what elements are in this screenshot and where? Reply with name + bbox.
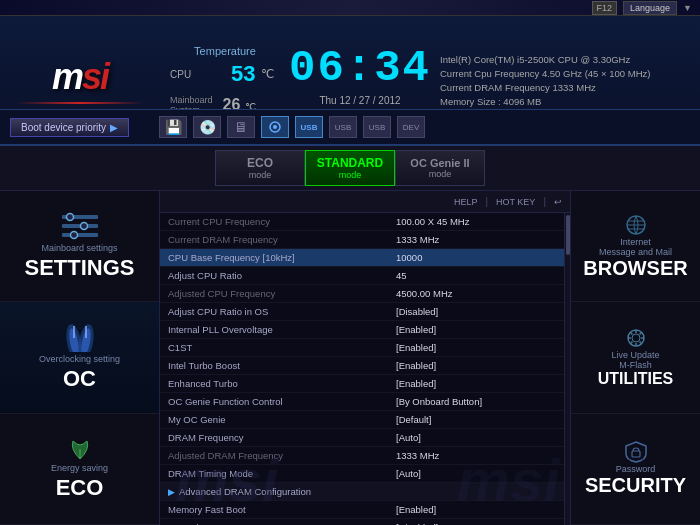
- sysinfo-line-0: Intel(R) Core(TM) i5-2500K CPU @ 3.30GHz: [440, 54, 690, 65]
- row-value: 4500.00 MHz: [396, 288, 556, 299]
- eco-label: ECO: [56, 475, 104, 501]
- oc-sublabel: Overclocking setting: [39, 354, 120, 364]
- boot-icon-cd[interactable]: 💿: [193, 116, 221, 138]
- row-value: [Enabled]: [396, 342, 556, 353]
- oc-icon: [60, 322, 100, 352]
- left-sidebar: Mainboard settings SETTINGS Overclocking…: [0, 191, 160, 525]
- svg-line-26: [639, 342, 641, 344]
- svg-point-5: [66, 214, 73, 221]
- standard-mode-tab[interactable]: STANDARD mode: [305, 150, 395, 186]
- utilities-label: UTILITIES: [598, 370, 674, 388]
- f12-key[interactable]: F12: [592, 1, 618, 15]
- header: msi Temperature CPU 53 ℃ Mainboard Syste…: [0, 16, 700, 146]
- center-content: HELP | HOT KEY | ↩ Current CPU Frequency…: [160, 191, 570, 525]
- cpu-temp-unit: ℃: [261, 67, 274, 81]
- security-sublabel: Password: [616, 464, 656, 474]
- boot-device-priority-btn[interactable]: Boot device priority ▶: [10, 118, 129, 137]
- boot-icon-monitor[interactable]: 🖥: [227, 116, 255, 138]
- table-row: Adjust CPU Ratio in OS[Disabled]: [160, 303, 564, 321]
- boot-icons: 💾 💿 🖥 USB USB USB DEV: [159, 116, 425, 138]
- row-value: [Enabled]: [396, 360, 556, 371]
- table-row: Memory Fast Boot[Enabled]: [160, 501, 564, 519]
- row-value: [By Onboard Button]: [396, 396, 556, 407]
- main-content: Mainboard settings SETTINGS Overclocking…: [0, 191, 700, 525]
- row-name: CPU Base Frequency [10kHz]: [168, 252, 396, 263]
- standard-tab-main: STANDARD: [317, 156, 383, 170]
- help-btn[interactable]: HELP: [454, 197, 478, 207]
- boot-icon-dev[interactable]: DEV: [397, 116, 425, 138]
- row-value: [Default]: [396, 414, 556, 425]
- eco-mode-tab[interactable]: ECO mode: [215, 150, 305, 186]
- eco-tab-main: ECO: [247, 156, 273, 170]
- row-value: [Enabled]: [396, 324, 556, 335]
- svg-line-28: [630, 342, 632, 344]
- back-btn[interactable]: ↩: [554, 197, 562, 207]
- row-name: Adjust CPU Ratio in OS: [168, 306, 396, 317]
- sidebar-item-security[interactable]: Password SECURITY: [571, 414, 700, 525]
- svg-rect-29: [632, 451, 640, 457]
- oc-label: OC: [63, 366, 96, 392]
- scroll-thumb: [566, 215, 570, 255]
- svg-rect-4: [62, 233, 98, 237]
- table-row: DRAM Frequency[Auto]: [160, 429, 564, 447]
- section-arrow[interactable]: ▶: [168, 487, 175, 497]
- row-value: 1333 MHz: [396, 450, 556, 461]
- table-row: Current DRAM Frequency1333 MHz: [160, 231, 564, 249]
- table-row: ▶Advanced DRAM Configuration: [160, 483, 564, 501]
- svg-point-20: [632, 334, 640, 342]
- cpu-temp-label: CPU: [170, 69, 225, 80]
- row-value: [Auto]: [396, 468, 556, 479]
- browser-label: BROWSER: [583, 257, 687, 280]
- browser-sublabel: InternetMessage and Mail: [599, 237, 672, 257]
- svg-line-27: [639, 333, 641, 335]
- row-name: Adjusted CPU Frequency: [168, 288, 396, 299]
- row-name: Adjust CPU Ratio: [168, 270, 396, 281]
- settings-sublabel: Mainboard settings: [41, 243, 117, 253]
- sidebar-item-eco[interactable]: Energy saving ECO: [0, 414, 159, 525]
- browser-icon: [618, 213, 654, 237]
- sidebar-item-utilities[interactable]: Live UpdateM-Flash UTILITIES: [571, 302, 700, 413]
- boot-icon-usb3[interactable]: USB: [363, 116, 391, 138]
- sidebar-item-settings[interactable]: Mainboard settings SETTINGS: [0, 191, 159, 302]
- row-value: [Disabled]: [396, 306, 556, 317]
- svg-point-6: [80, 223, 87, 230]
- boot-icon-usb2[interactable]: USB: [329, 116, 357, 138]
- eco-sublabel: Energy saving: [51, 463, 108, 473]
- sidebar-item-browser[interactable]: InternetMessage and Mail BROWSER: [571, 191, 700, 302]
- settings-icon: [60, 211, 100, 241]
- hotkey-btn[interactable]: HOT KEY: [496, 197, 535, 207]
- mainboard-label: Mainboard: [170, 95, 213, 105]
- row-name: C1ST: [168, 342, 396, 353]
- utilities-sublabel: Live UpdateM-Flash: [611, 350, 659, 370]
- row-name: Current CPU Frequency: [168, 216, 396, 227]
- ocgenie-mode-tab[interactable]: OC Genie II mode: [395, 150, 485, 186]
- right-sidebar: InternetMessage and Mail BROWSER Live Up…: [570, 191, 700, 525]
- row-name: Internal PLL Overvoltage: [168, 324, 396, 335]
- table-rows-container: Current CPU Frequency100.00 X 45 MHzCurr…: [160, 213, 564, 525]
- eco-icon: [65, 437, 95, 461]
- top-bar: F12 Language ▼: [0, 0, 700, 16]
- table-row: Enhanced Turbo[Enabled]: [160, 375, 564, 393]
- center-toolbar: HELP | HOT KEY | ↩: [160, 191, 570, 213]
- msi-logo: msi: [52, 56, 108, 98]
- row-value: 1333 MHz: [396, 234, 556, 245]
- table-row: My OC Genie[Default]: [160, 411, 564, 429]
- sidebar-item-oc[interactable]: Overclocking setting OC: [0, 302, 159, 413]
- boot-icon-hdd[interactable]: 💾: [159, 116, 187, 138]
- table-row[interactable]: CPU Base Frequency [10kHz]10000: [160, 249, 564, 267]
- boot-icon-usb1[interactable]: USB: [295, 116, 323, 138]
- boot-btn-arrow: ▶: [110, 122, 118, 133]
- security-label: SECURITY: [585, 474, 686, 497]
- sysinfo-line-2: Current DRAM Frequency 1333 MHz: [440, 82, 690, 93]
- boot-icon-disc[interactable]: [261, 116, 289, 138]
- row-name: OC Genie Function Control: [168, 396, 396, 407]
- svg-point-7: [70, 232, 77, 239]
- row-value: [Enabled]: [396, 504, 556, 515]
- bios-table: Current CPU Frequency100.00 X 45 MHzCurr…: [160, 213, 570, 525]
- sysinfo-line-1: Current Cpu Frequency 4.50 GHz (45 × 100…: [440, 68, 690, 79]
- row-value: [Auto]: [396, 432, 556, 443]
- table-row: Adjust CPU Ratio45: [160, 267, 564, 285]
- language-btn[interactable]: Language: [623, 1, 677, 15]
- row-value: 100.00 X 45 MHz: [396, 216, 556, 227]
- row-name: Enhanced Turbo: [168, 378, 396, 389]
